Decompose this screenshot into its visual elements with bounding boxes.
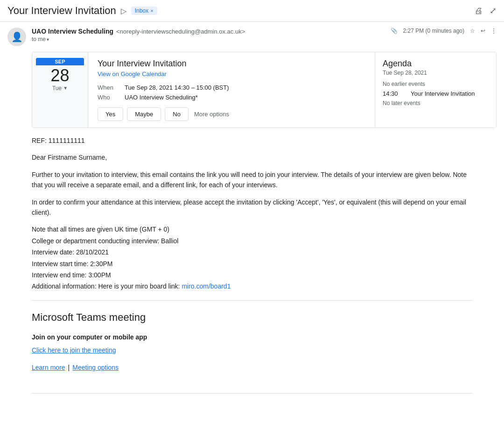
- calendar-month: Sep: [36, 58, 84, 65]
- header-actions: 🖨 ⤢: [475, 6, 497, 16]
- calendar-day-name: Tue ▼: [52, 85, 68, 92]
- ref-line: REF: 1111111111: [32, 135, 472, 146]
- calendar-event-title: Your Interview Invitation: [98, 59, 365, 69]
- email-subject-title: Your Interview Invitation: [7, 5, 116, 17]
- agenda-date: Tue Sep 28, 2021: [383, 70, 489, 76]
- label-arrow-icon: ▷: [121, 7, 126, 15]
- teams-section: Microsoft Teams meeting Join on your com…: [32, 309, 472, 373]
- detail-timezone: Note that all times are given UK time (G…: [32, 224, 472, 234]
- more-vert-icon[interactable]: ⋮: [491, 28, 497, 34]
- print-icon[interactable]: 🖨: [475, 6, 483, 16]
- calendar-day: 28: [50, 66, 69, 85]
- learn-more-link[interactable]: Learn more: [32, 362, 65, 373]
- detail-date: Interview date: 28/10/2021: [32, 247, 472, 257]
- bottom-divider: [32, 393, 472, 394]
- agenda-event-name: Your Interview Invitation: [411, 90, 475, 97]
- avatar: 👤: [7, 28, 26, 46]
- to-label: to me: [32, 36, 46, 42]
- rsvp-more-options-button[interactable]: More options: [192, 107, 231, 121]
- who-label: Who: [98, 94, 121, 101]
- agenda-no-later: No later events: [383, 100, 489, 106]
- email-body: REF: 1111111111 Dear Firstname Surname, …: [0, 132, 504, 388]
- to-dropdown-icon[interactable]: ▾: [47, 37, 49, 42]
- when-label: When: [98, 84, 121, 91]
- email-title-section: Your Interview Invitation ▷ Inbox ×: [7, 5, 157, 17]
- divider-1: [32, 300, 472, 301]
- teams-title: Microsoft Teams meeting: [32, 309, 472, 325]
- email-timestamp: 2:27 PM (0 minutes ago): [403, 28, 464, 34]
- detail-start-time: Interview start time: 2:30PM: [32, 259, 472, 269]
- to-line: to me ▾: [32, 36, 385, 42]
- when-value: Tue Sep 28, 2021 14:30 – 15:00 (BST): [125, 84, 365, 91]
- sender-email: <noreply-interviewscheduling@admin.ox.ac…: [116, 28, 245, 35]
- rsvp-maybe-button[interactable]: Maybe: [127, 107, 161, 121]
- teams-join-link[interactable]: Click here to join the meeting: [32, 345, 472, 355]
- star-icon[interactable]: ☆: [470, 28, 475, 34]
- email-header: Your Interview Invitation ▷ Inbox × 🖨 ⤢: [0, 0, 504, 22]
- meta-right: 📎 2:27 PM (0 minutes ago) ☆ ↩ ⋮: [391, 28, 497, 34]
- agenda-event-row: 14:30 Your Interview Invitation: [383, 90, 489, 97]
- calendar-card: Sep 28 Tue ▼ Your Interview Invitation V…: [32, 52, 497, 128]
- miro-board-link[interactable]: miro.com/board1: [182, 282, 231, 290]
- meeting-options-link[interactable]: Meeting options: [72, 362, 119, 373]
- email-meta: 👤 UAO Interview Scheduling <noreply-inte…: [0, 22, 504, 52]
- view-on-gcal-link[interactable]: View on Google Calendar: [98, 70, 365, 78]
- inbox-badge-label: Inbox: [135, 7, 148, 14]
- calendar-weekday: Tue: [52, 85, 62, 92]
- popout-icon[interactable]: ⤢: [490, 6, 497, 16]
- body-para-1: Further to your invitation to interview,…: [32, 169, 472, 190]
- additional-info-prefix: Additional information: Here is your mir…: [32, 282, 182, 290]
- agenda-event-time: 14:30: [383, 90, 405, 97]
- sender-name: UAO Interview Scheduling: [32, 28, 113, 35]
- rsvp-yes-button[interactable]: Yes: [98, 107, 123, 121]
- rsvp-no-button[interactable]: No: [165, 107, 189, 121]
- agenda-no-earlier: No earlier events: [383, 81, 489, 87]
- detail-additional-info: Additional information: Here is your mir…: [32, 281, 472, 291]
- detail-end-time: Interview end time: 3:00PM: [32, 270, 472, 280]
- sender-line: UAO Interview Scheduling <noreply-interv…: [32, 28, 385, 35]
- calendar-event-details: Your Interview Invitation View on Google…: [88, 52, 375, 127]
- link-separator: |: [68, 362, 70, 373]
- agenda-title: Agenda: [383, 59, 489, 69]
- agenda-panel: Agenda Tue Sep 28, 2021 No earlier event…: [375, 52, 496, 127]
- avatar-icon: 👤: [11, 31, 23, 42]
- greeting: Dear Firstname Surname,: [32, 152, 472, 162]
- reply-icon[interactable]: ↩: [481, 28, 485, 34]
- teams-join-label: Join on your computer or mobile app: [32, 332, 472, 342]
- body-para-2: In order to confirm your attendance at t…: [32, 197, 472, 218]
- who-value: UAO Interview Scheduling*: [125, 94, 365, 101]
- inbox-badge-close[interactable]: ×: [150, 8, 153, 14]
- detail-college: College or department conducting intervi…: [32, 236, 472, 246]
- inbox-badge: Inbox ×: [131, 7, 157, 15]
- meta-content: UAO Interview Scheduling <noreply-interv…: [32, 28, 385, 42]
- calendar-arrow-icon: ▼: [63, 85, 68, 91]
- attachment-icon: 📎: [391, 28, 398, 34]
- interview-details: Note that all times are given UK time (G…: [32, 224, 472, 291]
- rsvp-buttons: Yes Maybe No More options: [98, 107, 365, 121]
- teams-footer-links: Learn more | Meeting options: [32, 362, 472, 373]
- calendar-details-grid: When Tue Sep 28, 2021 14:30 – 15:00 (BST…: [98, 84, 365, 101]
- calendar-date-widget: Sep 28 Tue ▼: [32, 52, 88, 127]
